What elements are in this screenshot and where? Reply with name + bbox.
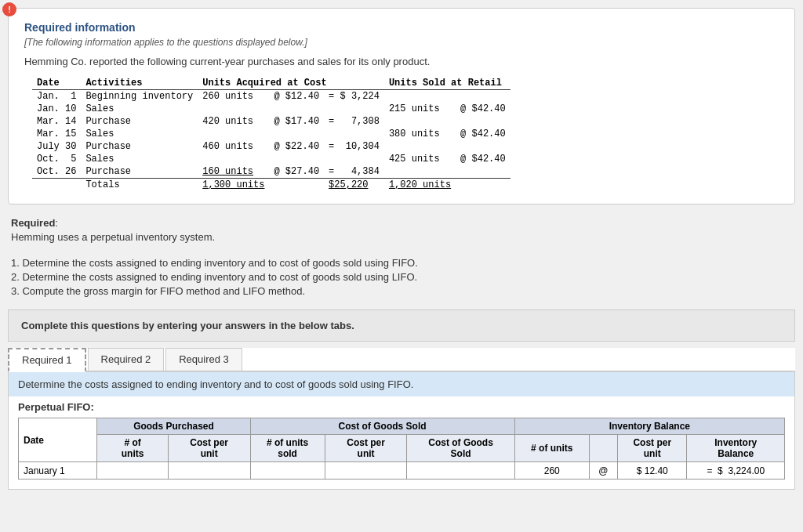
tab-required-3[interactable]: Required 3	[165, 348, 242, 371]
cell-at-sold	[456, 115, 511, 128]
cell-date: Jan. 10	[32, 103, 81, 115]
cell-inv-cpu-jan1: $ 12.40	[617, 462, 687, 480]
cell-at	[269, 179, 324, 192]
cell-date-jan1: January 1	[19, 462, 97, 480]
cell-activity: Purchase	[81, 115, 198, 128]
cell-at: @ $12.40	[269, 90, 324, 103]
cell-at-sold: @ $42.40	[456, 103, 511, 115]
cell-eq	[324, 153, 384, 165]
cell-at	[269, 128, 324, 140]
cell-at	[269, 153, 324, 165]
required-perpetual: Hemming uses a perpetual inventory syste…	[11, 231, 792, 243]
totals-row: Totals 1,300 units $25,220 1,020 units	[32, 179, 511, 192]
required-info-title: Required information	[24, 21, 779, 34]
table-row: Jan. 1 Beginning inventory 260 units @ $…	[32, 90, 511, 103]
table-row: Oct. 26 Purchase 160 units @ $27.40 = 4,…	[32, 165, 511, 179]
col-header-cogs-units-sold: # of unitssold	[250, 435, 325, 462]
tab-description: Determine the costs assigned to ending i…	[9, 372, 794, 396]
required-label: Required:	[11, 217, 792, 229]
section-header-cogs: Cost of Goods Sold	[250, 418, 514, 435]
cell-eq: = 10,304	[324, 140, 384, 153]
cell-activity: Sales	[81, 103, 198, 115]
required-item-2: 2. Determine the costs assigned to endin…	[11, 271, 792, 283]
cell-eq: $25,220	[324, 179, 384, 192]
cell-gp-cpu-jan1	[168, 462, 250, 480]
col-header-gp-cpu: Cost perunit	[168, 435, 250, 462]
cell-at-sold	[456, 165, 511, 179]
table-row: Mar. 14 Purchase 420 units @ $17.40 = 7,…	[32, 115, 511, 128]
cell-units-acq: 260 units	[198, 90, 269, 103]
table-row: Oct. 5 Sales 425 units @ $42.40	[32, 153, 511, 165]
cell-at-sold: @ $42.40	[456, 153, 511, 165]
cell-units-sold: 380 units	[384, 128, 456, 140]
cell-date: Jan. 1	[32, 90, 81, 103]
cell-activity: Totals	[81, 179, 198, 192]
input-cogs-units-jan1[interactable]	[268, 465, 307, 476]
tab-required-1[interactable]: Required 1	[8, 348, 86, 372]
input-cogs-total-jan1[interactable]	[430, 465, 492, 476]
cell-at-sold	[456, 90, 511, 103]
cell-units-sold: 1,020 units	[384, 179, 456, 192]
cell-units-sold	[384, 140, 456, 153]
cell-activity: Sales	[81, 128, 198, 140]
cell-units-acq: 420 units	[198, 115, 269, 128]
col-header-inv-units: # of units	[514, 435, 589, 462]
cell-activity: Sales	[81, 153, 198, 165]
required-info-desc: Hemming Co. reported the following curre…	[24, 56, 779, 67]
required-item-3: 3. Compute the gross margin for FIFO met…	[11, 285, 792, 297]
cell-inv-eq-jan1: = $ 3,224.00	[687, 462, 785, 480]
cell-inv-units-jan1: 260	[514, 462, 589, 480]
cell-activity: Beginning inventory	[81, 90, 198, 103]
required-info-box: ! Required information [The following in…	[8, 8, 795, 204]
cell-activity: Purchase	[81, 140, 198, 153]
cell-at: @ $22.40	[269, 140, 324, 153]
tabs-container: Required 1 Required 2 Required 3	[8, 348, 795, 372]
cell-at	[269, 103, 324, 115]
col-header-inv-balance: InventoryBalance	[687, 435, 785, 462]
section-header-inventory-balance: Inventory Balance	[514, 418, 784, 435]
cell-units-acq	[198, 103, 269, 115]
cell-eq: = 4,384	[324, 165, 384, 179]
required-item-1: 1. Determine the costs assigned to endin…	[11, 257, 792, 269]
cell-eq	[324, 128, 384, 140]
cell-date: Oct. 26	[32, 165, 81, 179]
required-info-subtitle: [The following information applies to th…	[24, 37, 779, 48]
input-gp-cpu-jan1[interactable]	[186, 465, 233, 476]
cell-units-sold	[384, 90, 456, 103]
col-header-gp-units: # ofunits	[97, 435, 168, 462]
col-header-activities: Activities	[81, 77, 198, 90]
table-row: Mar. 15 Sales 380 units @ $42.40	[32, 128, 511, 140]
tab-required-2[interactable]: Required 2	[88, 348, 165, 371]
cell-units-acq: 1,300 units	[198, 179, 269, 192]
cell-units-acq: 160 units	[198, 165, 269, 179]
cell-cogs-total-jan1	[407, 462, 514, 480]
cell-gp-units-jan1	[97, 462, 168, 480]
cell-date: Oct. 5	[32, 153, 81, 165]
inventory-table-wrapper: Date Goods Purchased Cost of Goods Sold …	[9, 418, 794, 489]
tab-content: Determine the costs assigned to ending i…	[8, 372, 795, 490]
col-header-date: Date	[32, 77, 81, 90]
table-row: July 30 Purchase 460 units @ $22.40 = 10…	[32, 140, 511, 153]
cell-units-sold	[384, 115, 456, 128]
cell-units-sold: 425 units	[384, 153, 456, 165]
cell-eq: = $ 3,224	[324, 90, 384, 103]
cell-eq: = 7,308	[324, 115, 384, 128]
cell-at-sold: @ $42.40	[456, 128, 511, 140]
col-header-inv-spacer	[589, 435, 617, 462]
cell-inv-at-jan1: @	[589, 462, 617, 480]
section-header-goods-purchased: Goods Purchased	[97, 418, 250, 435]
cell-date: Mar. 15	[32, 128, 81, 140]
cell-units-acq	[198, 153, 269, 165]
col-header-date: Date	[19, 418, 97, 462]
input-cogs-cpu-jan1[interactable]	[343, 465, 390, 476]
col-header-units-sold: Units Sold at Retail	[384, 77, 511, 90]
complete-box-text: Complete this questions by entering your…	[21, 320, 354, 331]
col-header-cogs-cpu: Cost perunit	[325, 435, 407, 462]
perpetual-label: Perpetual FIFO:	[9, 396, 794, 418]
table-row: Jan. 10 Sales 215 units @ $42.40	[32, 103, 511, 115]
input-gp-units-jan1[interactable]	[113, 465, 152, 476]
cell-eq	[324, 103, 384, 115]
page-container: ! Required information [The following in…	[8, 8, 795, 490]
data-table: Date Activities Units Acquired at Cost U…	[32, 77, 511, 191]
col-header-inv-cpu: Cost perunit	[617, 435, 687, 462]
